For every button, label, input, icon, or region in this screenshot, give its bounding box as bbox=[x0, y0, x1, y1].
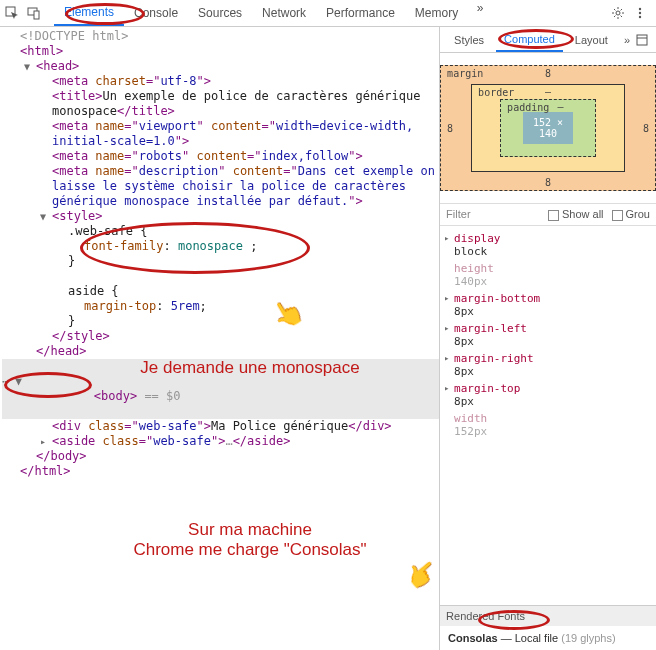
tree-title[interactable]: <title>Un exemple de police de caractère… bbox=[2, 89, 439, 119]
group-checkbox[interactable] bbox=[612, 210, 623, 221]
subtab-layout[interactable]: Layout bbox=[567, 27, 616, 52]
box-model-diagram[interactable]: margin 8 8 8 8 border – padding – 152 × … bbox=[440, 53, 656, 204]
rendered-fonts-header: Rendered Fonts bbox=[440, 606, 656, 626]
computed-prop-margin-right[interactable]: ▸margin-right8px bbox=[444, 350, 652, 380]
computed-prop-width[interactable]: width152px bbox=[444, 410, 652, 440]
settings-gear-icon[interactable] bbox=[610, 5, 626, 21]
css-rule2-decl[interactable]: margin-top: 5rem; bbox=[2, 299, 439, 314]
bm-padding-label: padding bbox=[507, 102, 549, 113]
css-rule2-selector[interactable]: aside { bbox=[2, 284, 439, 299]
computed-prop-margin-left[interactable]: ▸margin-left8px bbox=[444, 320, 652, 350]
tree-head-close[interactable]: </head> bbox=[2, 344, 439, 359]
rendered-fonts-section: Rendered Fonts Consolas — Local file (19… bbox=[440, 605, 656, 650]
computed-properties-list[interactable]: ▸displayblockheight140px▸margin-bottom8p… bbox=[440, 226, 656, 444]
svg-rect-7 bbox=[637, 35, 647, 45]
computed-prop-height[interactable]: height140px bbox=[444, 260, 652, 290]
group-label: Grou bbox=[626, 208, 650, 220]
svg-rect-2 bbox=[34, 11, 39, 19]
main-tabs: Elements Console Sources Network Perform… bbox=[54, 0, 488, 26]
css-rule1-selector[interactable]: .web-safe { bbox=[2, 224, 439, 239]
css-blank bbox=[2, 269, 439, 284]
css-rule1-close[interactable]: } bbox=[2, 254, 439, 269]
bm-content-size: 152 × 140 bbox=[523, 112, 573, 144]
css-rule2-close[interactable]: } bbox=[2, 314, 439, 329]
computed-prop-display[interactable]: ▸displayblock bbox=[444, 230, 652, 260]
inspect-icon[interactable] bbox=[4, 5, 20, 21]
tab-memory[interactable]: Memory bbox=[405, 0, 468, 26]
tree-aside[interactable]: ▸<aside class="web-safe">…</aside> bbox=[2, 434, 439, 449]
expand-pane-icon[interactable] bbox=[634, 32, 650, 48]
svg-point-5 bbox=[639, 12, 641, 14]
computed-prop-margin-top[interactable]: ▸margin-top8px bbox=[444, 380, 652, 410]
bm-margin-label: margin bbox=[447, 68, 483, 79]
elements-tree-pane[interactable]: <!DOCTYPE html> <html> ▼<head> <meta cha… bbox=[0, 27, 440, 650]
bm-margin-bottom: 8 bbox=[545, 177, 551, 188]
tab-performance[interactable]: Performance bbox=[316, 0, 405, 26]
bm-margin-right: 8 bbox=[643, 123, 649, 134]
rendered-font-glyphs: (19 glyphs) bbox=[561, 632, 615, 644]
tab-network[interactable]: Network bbox=[252, 0, 316, 26]
tree-html-open[interactable]: <html> bbox=[2, 44, 439, 59]
kebab-menu-icon[interactable] bbox=[632, 5, 648, 21]
svg-point-3 bbox=[616, 11, 620, 15]
tree-div-websafe[interactable]: <div class="web-safe">Ma Police génériqu… bbox=[2, 419, 439, 434]
rendered-font-name: Consolas bbox=[448, 632, 498, 644]
tab-sources[interactable]: Sources bbox=[188, 0, 252, 26]
bm-margin-left: 8 bbox=[447, 123, 453, 134]
bm-border-top: – bbox=[545, 86, 551, 97]
devtools-toolbar: Elements Console Sources Network Perform… bbox=[0, 0, 656, 27]
bm-border-label: border bbox=[478, 87, 514, 98]
filter-input[interactable]: Filter bbox=[446, 208, 470, 220]
tree-meta-description[interactable]: <meta name="description" content="Dans c… bbox=[2, 164, 439, 209]
computed-filter-row: Filter Show all Grou bbox=[440, 204, 656, 226]
tree-head-open[interactable]: ▼<head> bbox=[2, 59, 439, 74]
tree-meta-charset[interactable]: <meta charset="utf-8"> bbox=[2, 74, 439, 89]
bm-margin-top: 8 bbox=[545, 68, 551, 79]
tree-html-close[interactable]: </html> bbox=[2, 464, 439, 479]
tree-body-open[interactable]: ⋯ ▼ <body> == $0 bbox=[2, 359, 439, 419]
rendered-fonts-body: Consolas — Local file (19 glyphs) bbox=[440, 626, 656, 650]
sidebar-subtabs: Styles Computed Layout » bbox=[440, 27, 656, 53]
bm-padding-top: – bbox=[557, 101, 563, 112]
svg-point-4 bbox=[639, 8, 641, 10]
show-all-checkbox[interactable] bbox=[548, 210, 559, 221]
rendered-font-source: Local file bbox=[515, 632, 558, 644]
tree-body-close[interactable]: </body> bbox=[2, 449, 439, 464]
show-all-label: Show all bbox=[562, 208, 604, 220]
tree-doctype[interactable]: <!DOCTYPE html> bbox=[2, 29, 439, 44]
svg-point-6 bbox=[639, 16, 641, 18]
more-subtabs-icon[interactable]: » bbox=[624, 34, 630, 46]
subtab-styles[interactable]: Styles bbox=[446, 27, 492, 52]
device-toggle-icon[interactable] bbox=[26, 5, 42, 21]
tab-console[interactable]: Console bbox=[124, 0, 188, 26]
tab-elements[interactable]: Elements bbox=[54, 0, 124, 26]
subtab-computed[interactable]: Computed bbox=[496, 27, 563, 52]
more-tabs-icon[interactable]: » bbox=[472, 0, 488, 16]
tree-meta-viewport[interactable]: <meta name="viewport" content="width=dev… bbox=[2, 119, 439, 149]
css-rule1-decl[interactable]: font-family: monospace ; bbox=[2, 239, 439, 254]
tree-style-open[interactable]: ▼<style> bbox=[2, 209, 439, 224]
computed-pane: Styles Computed Layout » margin 8 8 8 8 … bbox=[440, 27, 656, 650]
tree-meta-robots[interactable]: <meta name="robots" content="index,follo… bbox=[2, 149, 439, 164]
tree-style-close[interactable]: </style> bbox=[2, 329, 439, 344]
computed-prop-margin-bottom[interactable]: ▸margin-bottom8px bbox=[444, 290, 652, 320]
